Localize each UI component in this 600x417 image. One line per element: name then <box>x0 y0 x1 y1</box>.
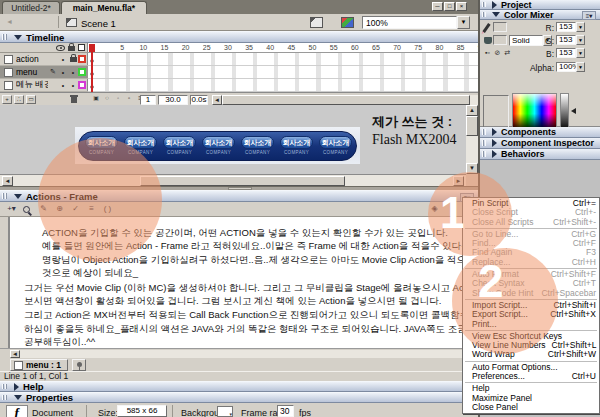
panel-grip[interactable] <box>482 151 486 157</box>
panel-grip[interactable] <box>2 384 7 389</box>
component-inspector-panel-header[interactable]: Component Inspector <box>480 138 600 149</box>
no-color-icon[interactable]: ⊘ <box>493 49 502 57</box>
stage-menu-button[interactable]: 회사소개COMPANY <box>241 136 274 158</box>
script-hscrollbar[interactable]: ◄ ► <box>0 348 478 358</box>
check-syntax-icon[interactable]: ✓ <box>69 204 82 215</box>
auto-format-icon[interactable]: ≡ <box>85 204 98 215</box>
scroll-up-icon[interactable]: ▲ <box>466 105 478 116</box>
edit-scene-icon[interactable] <box>310 17 323 28</box>
stage-menu-button[interactable]: 회사소개COMPANY <box>202 136 235 158</box>
back-arrow-icon[interactable]: ◄ <box>3 17 16 28</box>
layer-outline-color-swatch[interactable] <box>78 68 86 76</box>
green-slider-icon[interactable]: ▼ <box>576 35 585 45</box>
project-panel-header[interactable]: Project <box>480 0 600 10</box>
timeline-scroll-left-icon[interactable]: ◄ <box>212 95 222 105</box>
properties-panel-header[interactable]: Properties <box>0 392 478 403</box>
panel-grip[interactable] <box>482 129 486 135</box>
context-menu-item[interactable]: Close All ScriptsCtrl+Shift+- <box>463 218 599 227</box>
panel-grip[interactable] <box>2 395 7 400</box>
fill-color-swatch[interactable] <box>493 35 507 45</box>
context-menu-item[interactable]: Print... <box>463 320 599 329</box>
alpha-slider-icon[interactable]: ▼ <box>576 62 585 72</box>
frame-row[interactable] <box>88 79 478 92</box>
script-gutter[interactable] <box>0 217 10 348</box>
blue-slider-icon[interactable]: ▼ <box>576 48 585 58</box>
frame-row[interactable] <box>88 53 478 66</box>
timeline-layer-row[interactable]: 메뉴 배경•• <box>0 79 88 92</box>
document-tab-untitled[interactable]: Untitled-2* <box>2 1 60 14</box>
close-icon[interactable]: × <box>456 2 467 11</box>
stage-menu-button[interactable]: 회사소개COMPANY <box>124 136 157 158</box>
onion-skin-outlines-icon[interactable]: ◦ <box>113 95 123 104</box>
context-menu-item[interactable]: Preferences...Ctrl+U <box>463 372 599 381</box>
debug-options-icon[interactable]: § <box>446 204 459 215</box>
scroll-down-icon[interactable]: ▼ <box>466 163 478 174</box>
scroll-left-icon[interactable]: ◄ <box>10 350 20 358</box>
scroll-right-icon[interactable]: ► <box>453 176 464 186</box>
script-tab-menu[interactable]: menu : 1 <box>10 359 68 371</box>
layer-visibility-dot[interactable]: • <box>58 82 68 89</box>
behaviors-panel-header[interactable]: Behaviors <box>480 149 600 160</box>
elapsed-time-field[interactable]: 0.0s <box>190 95 208 105</box>
zoom-dropdown-button[interactable]: ▼ <box>457 16 470 29</box>
layer-lock-cell[interactable]: • <box>68 69 78 76</box>
restore-icon[interactable]: □ <box>444 2 455 11</box>
default-colors-icon[interactable]: ▪▫ <box>483 49 492 57</box>
context-menu-item[interactable]: Close Panel <box>463 403 599 412</box>
layer-visibility-dot[interactable]: • <box>58 69 68 76</box>
onion-skin-icon[interactable]: ◌ <box>102 95 112 104</box>
find-icon[interactable] <box>23 206 30 213</box>
show-hide-layers-icon[interactable] <box>56 45 65 51</box>
timeline-scrollbar-track[interactable] <box>222 95 478 105</box>
insert-target-path-icon[interactable]: ⊕ <box>53 204 66 215</box>
delete-layer-icon[interactable] <box>70 95 79 104</box>
insert-layer-icon[interactable]: + <box>2 95 12 104</box>
brightness-slider-handle-icon[interactable] <box>571 108 576 114</box>
stage-menu-button[interactable]: 회사소개COMPANY <box>85 136 118 158</box>
panel-grip[interactable] <box>2 34 7 40</box>
zoom-input[interactable] <box>362 16 457 29</box>
insert-layer-folder-icon[interactable]: ▭ <box>26 95 36 104</box>
blue-value-field[interactable]: 153 <box>556 48 576 58</box>
script-hscrollbar-track[interactable] <box>20 350 468 358</box>
reference-icon[interactable]: ◈ <box>428 204 441 215</box>
timeline-scrollbar-thumb[interactable] <box>222 95 470 105</box>
frame-grid[interactable] <box>88 53 478 92</box>
actions-panel-header[interactable]: Actions - Frame ≡▾ <box>0 190 478 202</box>
frame-row[interactable] <box>88 66 478 79</box>
timeline-panel-header[interactable]: Timeline <box>0 31 478 43</box>
script-pane[interactable]: ACTION을 기입할 수 있는 공간이며, 어떤 ACTION을 넣을 수 있… <box>0 217 478 348</box>
red-value-field[interactable]: 153 <box>556 22 576 32</box>
current-frame-field[interactable]: 1 <box>140 95 156 105</box>
alpha-value-field[interactable]: 100% <box>556 62 576 72</box>
minimize-icon[interactable]: ─ <box>432 2 443 11</box>
stage-vscrollbar-track[interactable]: ▲ ▼ <box>466 105 478 174</box>
timeline-ruler[interactable]: 51015202530354045505560657075808590 <box>88 43 478 53</box>
timeline-layer-row[interactable]: action• <box>0 53 88 66</box>
layer-outline-color-swatch[interactable] <box>78 81 86 89</box>
brightness-slider[interactable] <box>560 93 569 131</box>
center-frame-icon[interactable]: ▣ <box>91 95 101 104</box>
stage[interactable]: 회사소개COMPANY회사소개COMPANY회사소개COMPANY회사소개COM… <box>0 105 478 174</box>
lock-layers-icon[interactable] <box>68 46 75 51</box>
add-action-icon[interactable]: +▾ <box>5 204 18 215</box>
stage-menu-bar[interactable]: 회사소개COMPANY회사소개COMPANY회사소개COMPANY회사소개COM… <box>78 131 357 161</box>
layer-lock-cell[interactable]: • <box>68 82 78 89</box>
frame-rate-field[interactable]: 30.0 fps <box>158 95 188 105</box>
add-motion-guide-icon[interactable]: ∴ <box>14 95 24 104</box>
background-color-swatch[interactable] <box>217 406 233 417</box>
stage-vscrollbar-thumb[interactable] <box>466 116 478 136</box>
components-panel-header[interactable]: Components <box>480 127 600 138</box>
panel-grip[interactable] <box>482 12 486 17</box>
panel-grip[interactable] <box>2 193 7 199</box>
color-picker-gradient[interactable] <box>512 93 557 131</box>
stage-hscrollbar-thumb[interactable] <box>140 176 345 186</box>
stage-menu-button[interactable]: 회사소개COMPANY <box>280 136 313 158</box>
panel-options-menu-icon[interactable]: ≡▾ <box>582 11 596 20</box>
scroll-left-icon[interactable]: ◄ <box>2 176 13 186</box>
layer-outline-color-swatch[interactable] <box>78 55 86 63</box>
frame-rate-input[interactable] <box>277 405 294 417</box>
stage-menu-button[interactable]: 회사소개COMPANY <box>163 136 196 158</box>
show-code-hint-icon[interactable]: ( ) <box>101 204 114 215</box>
playhead-marker[interactable] <box>89 44 95 52</box>
